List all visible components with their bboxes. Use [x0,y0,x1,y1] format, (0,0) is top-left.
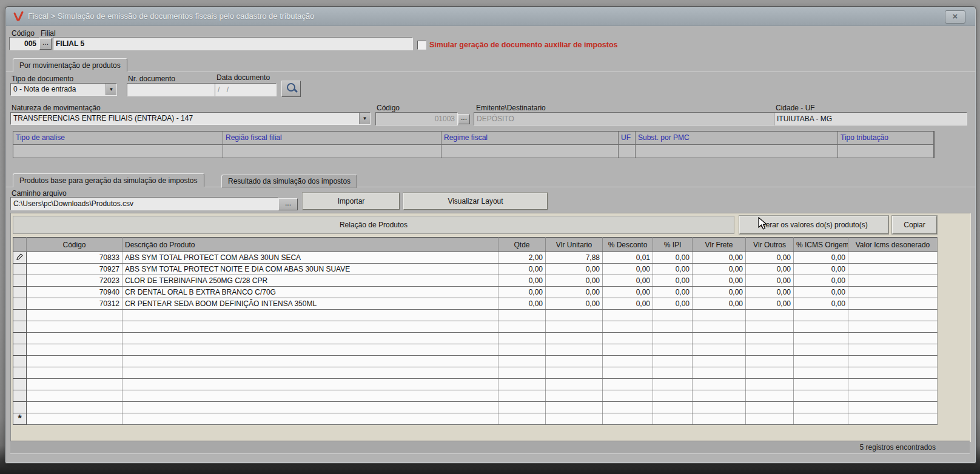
grid-cell[interactable] [27,344,122,356]
row-marker-cell[interactable] [13,275,27,287]
close-button[interactable]: × [945,10,965,24]
empty-row[interactable] [13,356,938,367]
grid-cell[interactable] [122,390,498,402]
grid-cell[interactable]: 0,00 [653,275,693,287]
grid-cell[interactable] [794,310,848,321]
grid-cell[interactable] [498,321,546,333]
grid-cell[interactable] [498,333,546,344]
row-marker-header[interactable] [13,238,27,252]
grid-cell[interactable] [653,344,693,356]
simulate-checkbox-label[interactable]: Simular geração de documento auxiliar de… [429,41,618,49]
grid-cell[interactable] [546,390,603,402]
empty-row[interactable] [13,379,938,390]
analysis-header-cell[interactable]: Tipo tributação [838,132,934,145]
grid-cell[interactable] [794,333,848,344]
grid-cell[interactable] [746,413,794,425]
grid-cell[interactable] [603,310,653,321]
analysis-header-cell[interactable]: Subst. por PMC [636,132,838,145]
row-marker-cell[interactable] [13,367,27,379]
row-marker-cell[interactable] [13,379,27,390]
grid-cell[interactable] [848,287,938,298]
product-row[interactable]: 70833ABS SYM TOTAL PROTECT COM ABAS 30UN… [13,252,938,264]
grid-cell[interactable] [848,413,938,425]
grid-cell[interactable]: 0,00 [653,298,693,310]
grid-cell[interactable] [122,367,498,379]
grid-cell[interactable] [122,379,498,390]
grid-cell[interactable] [653,333,693,344]
grid-cell[interactable]: 0,00 [653,264,693,275]
grid-cell[interactable] [498,413,546,425]
grid-cell[interactable] [848,367,938,379]
grid-cell[interactable] [848,402,938,413]
grid-cell[interactable]: 0,00 [653,287,693,298]
grid-cell[interactable]: 0,00 [603,275,653,287]
product-row[interactable]: 72023CLOR DE TERBINAFINA 250MG C/28 CPR0… [13,275,938,287]
grid-cell[interactable]: 0,00 [603,287,653,298]
grid-cell[interactable] [653,356,693,367]
grid-cell[interactable] [603,321,653,333]
mov-codigo-field[interactable]: 01003 [375,112,458,125]
grid-cell[interactable] [603,333,653,344]
tab-por-movimentacao[interactable]: Por movimentação de produtos [13,58,127,72]
simulate-checkbox[interactable] [417,41,426,50]
grid-cell[interactable]: 72023 [27,275,122,287]
grid-cell[interactable]: CR DENTAL ORAL B EXTRA BRANCO C/70G [122,287,498,298]
importar-button[interactable]: Importar [303,193,400,210]
grid-cell[interactable] [848,390,938,402]
grid-cell[interactable]: CLOR DE TERBINAFINA 250MG C/28 CPR [122,275,498,287]
empty-row[interactable] [13,321,938,333]
grid-cell[interactable]: 0,00 [546,287,603,298]
grid-cell[interactable] [546,367,603,379]
grid-cell[interactable] [746,344,794,356]
grid-cell[interactable] [746,321,794,333]
grid-cell[interactable] [693,402,746,413]
grid-cell[interactable] [848,356,938,367]
grid-cell[interactable] [653,379,693,390]
empty-row[interactable] [13,402,938,413]
grid-cell[interactable]: 0,00 [794,287,848,298]
grid-cell[interactable] [603,356,653,367]
grid-cell[interactable] [27,356,122,367]
tab-produtos-base[interactable]: Produtos base para geração da simulação … [13,173,204,187]
analysis-cell[interactable] [441,145,619,158]
grid-cell[interactable]: 0,00 [546,275,603,287]
row-marker-cell[interactable] [13,310,27,321]
filial-field[interactable]: FILIAL 5 [53,37,413,50]
analysis-cell[interactable] [223,145,441,158]
visualizar-layout-button[interactable]: Visualizar Layout [403,193,548,210]
grid-cell[interactable] [848,264,938,275]
grid-cell[interactable]: 0,00 [794,264,848,275]
codigo-field[interactable]: 005 [9,37,39,50]
grid-cell[interactable] [603,402,653,413]
grid-cell[interactable] [546,310,603,321]
grid-cell[interactable] [27,367,122,379]
tipo-documento-select[interactable]: 0 - Nota de entrada ▼ [10,83,117,96]
grid-cell[interactable] [653,367,693,379]
grid-cell[interactable] [794,413,848,425]
grid-cell[interactable] [498,390,546,402]
grid-cell[interactable] [693,344,746,356]
analysis-cell[interactable] [13,145,223,158]
grid-cell[interactable]: 0,00 [498,264,546,275]
grid-cell[interactable] [546,333,603,344]
grid-cell[interactable] [498,344,546,356]
grid-cell[interactable] [546,413,603,425]
empty-row[interactable] [13,367,938,379]
grid-cell[interactable]: 0,00 [746,298,794,310]
grid-cell[interactable]: 7,88 [546,252,603,264]
grid-cell[interactable] [546,321,603,333]
grid-cell[interactable]: 0,00 [603,298,653,310]
grid-cell[interactable]: 0,00 [603,264,653,275]
grid-cell[interactable]: 0,00 [746,275,794,287]
grid-cell[interactable]: 0,00 [693,264,746,275]
nr-documento-field[interactable] [127,83,215,96]
grid-cell[interactable] [122,344,498,356]
grid-cell[interactable] [122,321,498,333]
grid-cell[interactable]: 0,00 [693,298,746,310]
grid-cell[interactable]: ABS SYM TOTAL PROTECT NOITE E DIA COM AB… [122,264,498,275]
grid-cell[interactable] [653,413,693,425]
grid-cell[interactable]: 0,00 [546,264,603,275]
grid-cell[interactable] [693,333,746,344]
grid-cell[interactable]: 0,00 [794,252,848,264]
grid-cell[interactable]: 0,00 [498,287,546,298]
